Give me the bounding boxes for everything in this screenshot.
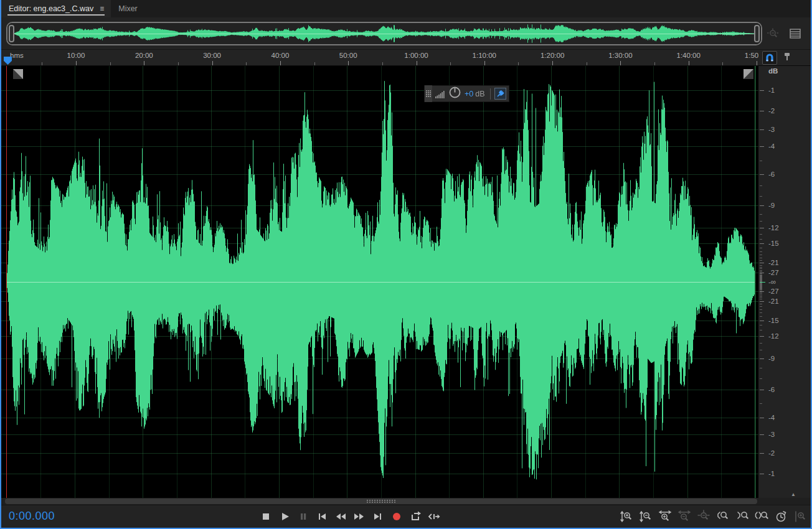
scrollbar-grip-icon[interactable]	[367, 500, 395, 503]
ruler-time-label: 40:00	[271, 52, 290, 59]
fade-in-handle-icon[interactable]	[13, 69, 23, 79]
overview-waveform-canvas[interactable]	[7, 23, 761, 44]
db-tick	[760, 234, 762, 235]
db-label: -27	[768, 269, 779, 276]
db-tick	[760, 321, 764, 321]
stop-button[interactable]	[258, 508, 273, 524]
zoom-amplitude-selection-button[interactable]	[793, 510, 807, 523]
db-unit-label: dB	[768, 67, 778, 75]
ruler-time-label: 10:00	[67, 52, 85, 59]
db-tick	[760, 129, 764, 130]
fade-out-handle-icon[interactable]	[744, 69, 753, 79]
overview-left-handle[interactable]	[9, 25, 14, 42]
db-label: -4	[768, 414, 775, 421]
overview-row	[1, 17, 811, 50]
horizontal-scrollbar[interactable]	[1, 498, 811, 505]
ruler-time-label: 1:30:00	[608, 52, 632, 59]
editor-main: +0 dB dB ▲ -1-1-2-2-3-3-4-4-6-6-9-9-12-1…	[1, 66, 811, 498]
ruler-major-tick	[144, 61, 144, 65]
fast-forward-button[interactable]	[351, 508, 367, 524]
db-tick	[760, 111, 764, 111]
gain-knob-icon[interactable]	[449, 87, 461, 101]
ruler-time-label: 1:00:00	[404, 52, 428, 59]
ruler-major-tick	[212, 61, 213, 65]
zoom-at-in-point-button[interactable]	[716, 510, 730, 523]
db-tick	[760, 251, 762, 252]
zoom-in-amplitude-button[interactable]	[620, 510, 633, 523]
pause-button[interactable]	[295, 508, 311, 524]
panel-tab-bar: Editor: eng.eac3_.C.wav ≡ Mixer	[1, 0, 811, 17]
overview-range-selector[interactable]	[6, 22, 762, 45]
db-label: -9	[768, 202, 775, 209]
zoom-out-full-overview-button[interactable]	[766, 27, 780, 43]
db-tick	[760, 174, 764, 175]
db-tick	[760, 258, 762, 258]
db-label: -2	[768, 107, 775, 115]
db-tick	[760, 299, 762, 299]
skip-to-start-button[interactable]	[314, 508, 329, 524]
db-tick	[760, 282, 765, 283]
db-tick	[760, 289, 762, 289]
playhead-marker[interactable]	[4, 57, 12, 65]
db-tick	[760, 291, 764, 292]
zoom-to-selection-button[interactable]	[755, 510, 768, 523]
waveform-canvas[interactable]	[1, 66, 758, 498]
db-tick	[760, 205, 764, 206]
skip-to-end-button[interactable]	[370, 508, 385, 524]
db-tick	[760, 248, 762, 248]
marker-pin-button[interactable]	[782, 52, 792, 64]
ruler-major-tick	[757, 61, 757, 65]
zoom-in-time-button[interactable]	[658, 510, 672, 523]
db-tick	[760, 196, 762, 197]
gain-value[interactable]: +0	[465, 90, 473, 98]
zoom-out-full-button[interactable]	[697, 510, 710, 523]
db-tick	[760, 255, 762, 255]
skip-selection-button[interactable]	[426, 508, 441, 524]
ruler-time-label: 1:20:00	[541, 52, 564, 59]
db-tick	[760, 418, 764, 418]
playhead-line[interactable]	[6, 66, 7, 498]
ruler-major-tick	[280, 61, 281, 65]
db-tick	[760, 309, 762, 310]
zoom-duration-button[interactable]	[774, 510, 788, 523]
levels-bars-icon	[435, 90, 445, 98]
db-tick	[760, 228, 764, 228]
tab-editor[interactable]: Editor: eng.eac3_.C.wav ≡	[1, 0, 111, 17]
record-button[interactable]	[389, 508, 404, 524]
ruler-time-label: 1:10:00	[473, 52, 496, 59]
hud-divider	[490, 88, 491, 100]
ruler-major-tick	[417, 61, 417, 65]
db-tick	[760, 161, 762, 161]
tab-mixer[interactable]: Mixer	[111, 0, 145, 17]
db-tick	[760, 325, 762, 325]
play-button[interactable]	[276, 508, 292, 524]
horizontal-scrollbar-thumb[interactable]	[5, 499, 757, 504]
db-tick	[760, 316, 762, 317]
snap-toggle-button[interactable]	[762, 51, 777, 65]
vertical-scroll-up-icon[interactable]: ▲	[791, 492, 796, 497]
ruler-time-label: 1:50:00	[745, 52, 758, 59]
ruler-minor-tick	[246, 62, 247, 65]
rewind-button[interactable]	[333, 508, 348, 524]
loop-playback-button[interactable]	[407, 508, 423, 524]
zoom-out-amplitude-button[interactable]	[639, 510, 653, 523]
hud-drag-handle-icon[interactable]	[425, 85, 432, 102]
pin-icon	[496, 90, 504, 98]
db-label: -15	[768, 317, 779, 324]
zoom-at-out-point-button[interactable]	[735, 510, 749, 523]
panel-menu-icon[interactable]: ≡	[100, 4, 103, 13]
timeline-ruler[interactable]: hms 10:0020:0030:0040:0050:001:00:001:10…	[1, 50, 758, 66]
timeline-ruler-row: hms 10:0020:0030:0040:0050:001:00:001:10…	[1, 50, 811, 66]
hud-pin-button[interactable]	[494, 88, 506, 100]
db-tick	[760, 185, 762, 186]
db-tick	[760, 330, 762, 330]
zoom-out-time-button[interactable]	[677, 510, 691, 523]
panel-menu-button[interactable]	[788, 27, 802, 43]
db-label: -27	[768, 288, 779, 295]
db-ruler[interactable]: dB ▲ -1-1-2-2-3-3-4-4-6-6-9-9-12-12-15-1…	[758, 66, 811, 498]
volume-hud[interactable]: +0 dB	[424, 85, 509, 102]
ruler-major-tick	[620, 61, 621, 65]
active-tab-underline	[7, 14, 105, 16]
overview-right-handle[interactable]	[754, 25, 760, 42]
time-display[interactable]: 0:00.000	[9, 510, 55, 523]
